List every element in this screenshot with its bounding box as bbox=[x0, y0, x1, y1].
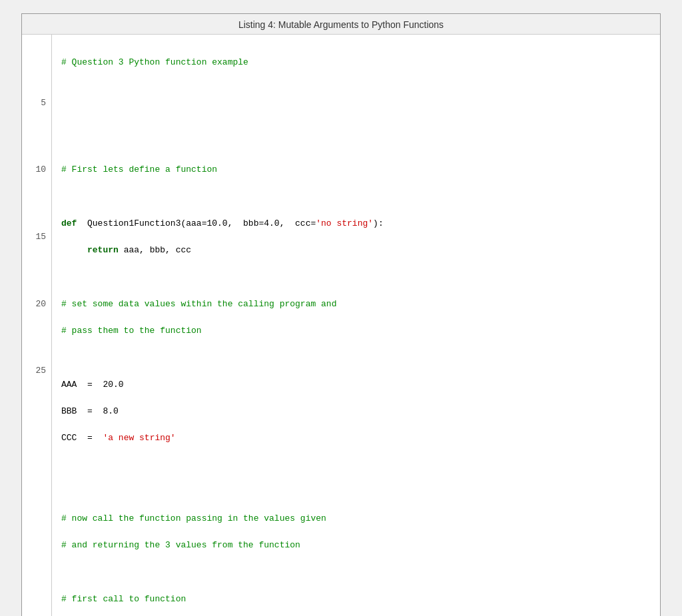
code-content: # Question 3 Python function example # F… bbox=[52, 35, 660, 616]
line-numbers: 5 10 15 20 bbox=[22, 35, 52, 616]
listing-container: Listing 4: Mutable Arguments to Python F… bbox=[21, 13, 661, 616]
listing-title: Listing 4: Mutable Arguments to Python F… bbox=[22, 14, 660, 34]
code-area: 5 10 15 20 bbox=[22, 34, 660, 616]
